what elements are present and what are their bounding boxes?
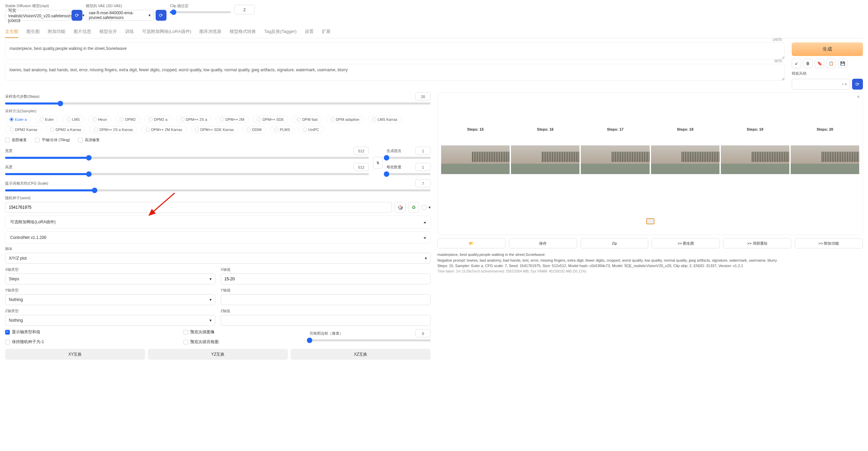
vae-select[interactable]: vae-ft-mse-840000-ema-pruned.safetensors… [86,10,154,21]
tab-lora[interactable]: 可选附加网络(LoRA插件) [142,26,191,38]
tab-extras[interactable]: 附加功能 [48,26,65,38]
send-extras-button[interactable]: >> 附加功能 [795,238,863,248]
sampler-dpmpp2sa[interactable]: DPM++ 2S a [176,116,212,123]
lora-accordion[interactable]: 可选附加网络(LoRA插件)◂ [5,215,431,229]
zip-button[interactable]: Zip [580,238,649,248]
cfg-value[interactable]: 7 [415,179,431,187]
sampler-dpmpp2mkarras[interactable]: DPM++ 2M Karras [141,126,186,133]
sampler-plms[interactable]: PLMS [270,126,294,133]
send-img2img-button[interactable]: >> 图生图 [652,238,720,248]
output-thumb-selected[interactable] [646,218,654,224]
sampler-lms[interactable]: LMS [62,116,84,123]
cfg-slider[interactable] [5,189,431,191]
seed-extra-check[interactable]: ▾ [422,205,431,210]
send-inpaint-button[interactable]: >> 局部重绘 [723,238,791,248]
sampler-dpm2a[interactable]: DPM2 a [144,116,172,123]
width-value[interactable]: 512 [354,147,369,155]
close-icon[interactable]: ✕ [857,95,860,99]
tab-browser[interactable]: 图库浏览器 [199,26,221,38]
sampler-heun[interactable]: Heun [88,116,111,123]
tab-txt2img[interactable]: 文生图 [5,26,18,38]
steps-slider[interactable] [5,102,431,105]
margin-value[interactable]: 0 [415,329,431,337]
sampler-euler[interactable]: Euler [35,116,58,123]
batch-count-slider[interactable] [387,157,431,159]
generate-button[interactable]: 生成 [792,42,863,56]
batch-size-slider[interactable] [387,173,431,175]
keep-seed-check[interactable]: 保持随机种子为-1 [5,339,178,345]
sub-grid-check[interactable]: 预览次级宫格图 [183,339,304,345]
batch-size-value[interactable]: 1 [415,163,431,171]
save-icon-button[interactable]: 💾 [838,59,847,68]
face-restore-check[interactable]: 面部修复 [5,137,27,143]
x-type-select[interactable]: Steps▾ [5,274,215,284]
output-image-2[interactable]: Steps: 17 [581,133,649,174]
sampler-dpm2[interactable]: DPM2 [115,116,140,123]
ckpt-select[interactable]: 写实\realisticVisionV20_v20.safetensors [c… [5,10,70,21]
output-image-4[interactable]: Steps: 19 [721,133,789,174]
swap-dims-button[interactable]: ⇅ [373,157,382,169]
width-slider[interactable] [5,157,369,159]
bookmark-icon-button[interactable]: 🔖 [815,59,824,68]
seed-random-button[interactable]: 🎲 [395,202,406,213]
sampler-ddim[interactable]: DDIM [242,126,266,133]
tiling-check[interactable]: 平铺/分块 (Tiling) [35,137,70,143]
seed-reuse-button[interactable]: ♻ [408,202,419,213]
swap-yz-button[interactable]: YZ互换 [148,349,288,360]
clip-skip-value[interactable]: 2 [234,5,255,14]
batch-count-value[interactable]: 1 [415,147,431,155]
tab-tagger[interactable]: Tag反推(Tagger) [264,26,296,38]
y-type-select[interactable]: Nothing▾ [5,294,215,305]
prompt-negative[interactable] [5,64,785,81]
sampler-dpm2karras[interactable]: DPM2 Karras [5,126,42,133]
seed-input[interactable] [5,202,392,213]
sampler-dpmpp2sakarras[interactable]: DPM++ 2S a Karras [90,126,137,133]
sampler-unipc[interactable]: UniPC [298,126,323,133]
output-image-0[interactable]: Steps: 15 [441,133,510,174]
sampler-dpmfast[interactable]: DPM fast [292,116,322,123]
tab-merge[interactable]: 模型合并 [99,26,117,38]
refresh-vae-button[interactable]: ⟳ [156,10,166,21]
tab-extensions[interactable]: 扩展 [322,26,331,38]
sampler-dpmpp2m[interactable]: DPM++ 2M [216,116,249,123]
refresh-style-button[interactable]: ⟳ [852,79,863,90]
output-image-5[interactable]: Steps: 20 [791,133,859,174]
output-image-3[interactable]: Steps: 18 [651,133,719,174]
arrow-icon-button[interactable]: ↙ [792,59,801,68]
trash-icon-button[interactable]: 🗑 [803,59,813,68]
tab-settings[interactable]: 设置 [305,26,314,38]
margin-slider[interactable] [310,339,431,341]
x-val-input[interactable] [221,274,431,284]
show-legend-check[interactable]: 显示轴类型和值 [5,329,178,335]
tab-pnginfo[interactable]: 图片信息 [74,26,91,38]
folder-button[interactable]: 📂 [437,238,506,248]
save-button[interactable]: 保存 [509,238,577,248]
hires-check[interactable]: 高清修复 [78,137,100,143]
sampler-dpmadaptive[interactable]: DPM adaptive [326,116,364,123]
z-type-select[interactable]: Nothing▾ [5,315,215,326]
controlnet-accordion[interactable]: ControlNet v1.1.200◂ [5,231,431,244]
sampler-lmskarras[interactable]: LMS Karras [368,116,402,123]
height-value[interactable]: 512 [354,163,369,171]
height-slider[interactable] [5,173,369,175]
sampler-dpmppsdekarras[interactable]: DPM++ SDE Karras [191,126,238,133]
sampler-dpm2akarras[interactable]: DPM2 a Karras [46,126,85,133]
script-select[interactable]: X/Y/Z plot▾ [5,253,431,264]
swap-xy-button[interactable]: XY互换 [5,349,145,360]
tab-train[interactable]: 训练 [125,26,134,38]
prompt-positive[interactable] [5,42,785,59]
clipboard-icon-button[interactable]: 📋 [826,59,836,68]
swap-xz-button[interactable]: XZ互换 [291,349,431,360]
sampler-euler-a[interactable]: Euler a [5,116,31,123]
z-val-input[interactable] [221,315,431,326]
clip-skip-slider[interactable] [170,11,231,13]
sampler-dpmppsde[interactable]: DPM++ SDE [253,116,288,123]
refresh-ckpt-button[interactable]: ⟳ [72,10,82,21]
y-val-input[interactable] [221,294,431,305]
tab-convert[interactable]: 模型格式转换 [230,26,256,38]
tab-img2img[interactable]: 图生图 [26,26,40,38]
steps-value[interactable]: 20 [415,92,431,100]
style-select[interactable]: × ▾ [792,79,850,90]
output-image-1[interactable]: Steps: 16 [511,133,579,174]
sub-img-check[interactable]: 预览次级图像 [183,329,304,335]
